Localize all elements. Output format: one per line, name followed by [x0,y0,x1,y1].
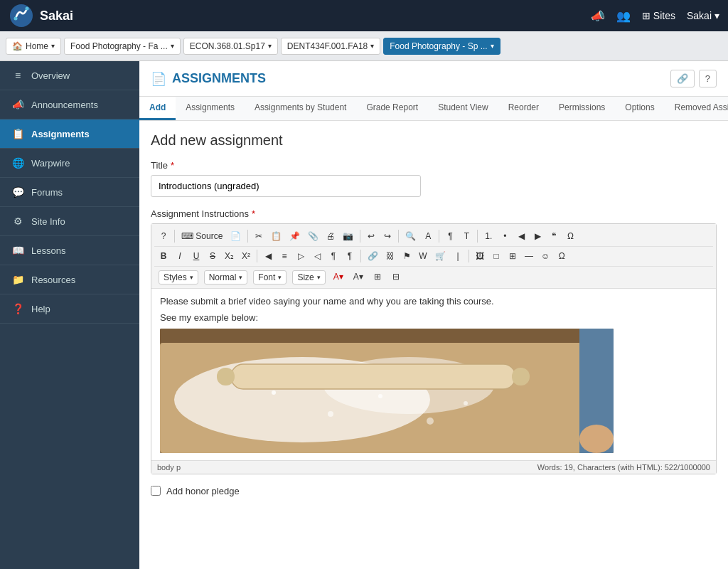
sakai-logo[interactable]: Sakai [9,3,73,28]
breadcrumb-item-dent[interactable]: DENT434F.001.FA18▾ [281,38,380,55]
rte-spell-btn[interactable]: 📷 [339,228,357,245]
sidebar-item-label: Warpwire [31,158,70,169]
breadcrumb-item-home[interactable]: 🏠Home▾ [6,38,61,55]
sidebar-item-forums[interactable]: 💬Forums [0,178,139,207]
rte-underline-btn[interactable]: U [188,248,204,265]
rte-cart-btn[interactable]: 🛒 [432,248,449,265]
sidebar-item-warpwire[interactable]: 🌐Warpwire [0,149,139,178]
font-label: Font [258,272,275,282]
rte-paste-text-btn[interactable]: 📎 [304,228,322,245]
rte-print-btn[interactable]: 🖨 [323,228,338,245]
honor-pledge-label[interactable]: Add honor pledge [166,486,240,496]
size-dropdown[interactable]: Size ▾ [292,270,325,284]
rte-align-center-btn[interactable]: ≡ [277,248,292,265]
sidebar-item-resources[interactable]: 📁Resources [0,265,139,294]
breadcrumb-item-food-photography-fa[interactable]: Food Photography - Fa ...▾ [64,38,181,55]
rte-expand-btn[interactable]: ⊞ [370,269,385,285]
rte-sep8 [360,250,361,262]
font-dropdown[interactable]: Font ▾ [253,270,287,284]
rte-find-btn[interactable]: 🔍 [402,228,419,245]
users-icon[interactable]: 👥 [616,9,631,23]
tab-student-view[interactable]: Student View [428,97,498,120]
rte-copy-btn[interactable]: 📋 [267,228,285,245]
rte-ltr-btn[interactable]: ¶ [326,248,341,265]
tab-add[interactable]: Add [139,97,176,120]
user-chevron-icon: ▾ [714,10,719,21]
styles-dropdown[interactable]: Styles ▾ [159,270,198,284]
rte-unlink-btn[interactable]: ⛓ [382,248,398,265]
rte-collapse-btn[interactable]: ⊟ [388,269,404,285]
rte-source-btn[interactable]: ⌨ Source [178,228,226,245]
format-dropdown[interactable]: Normal ▾ [204,270,248,284]
rte-align-right-btn[interactable]: ▷ [293,248,309,265]
rte-bold-btn[interactable]: B [156,248,171,265]
rte-special-btn[interactable]: Ω [562,228,578,245]
rte-link-btn[interactable]: 🔗 [364,248,382,265]
rte-align-justify-btn[interactable]: ◁ [309,248,325,265]
sidebar-item-assignments[interactable]: 📋Assignments [0,119,139,149]
rte-italic-btn[interactable]: I [172,248,188,265]
rte-replace-btn[interactable]: A [420,228,436,245]
rte-ordered-btn[interactable]: 1. [481,228,496,245]
rte-emoji-btn[interactable]: ☺ [537,248,553,265]
rte-align-left-btn[interactable]: ◀ [260,248,276,265]
rte-hr-btn[interactable]: — [521,248,537,265]
rte-outdent-btn[interactable]: ◀ [513,228,529,245]
format-arrow-icon: ▾ [239,274,242,281]
sidebar-item-help[interactable]: ❓Help [0,294,139,324]
rte-help-btn[interactable]: ? [156,228,171,245]
rte-media-btn[interactable]: □ [488,248,504,265]
tab-assignments-by-student[interactable]: Assignments by Student [245,97,356,120]
main-layout: ≡Overview📣Announcements📋Assignments🌐Warp… [0,61,728,569]
rte-unordered-btn[interactable]: • [497,228,513,245]
rte-blockquote-btn[interactable]: ❝ [546,228,562,245]
rte-strikethrough-btn[interactable]: S [205,248,220,265]
honor-pledge-checkbox[interactable] [151,486,161,496]
rte-anchor-btn[interactable]: ⚑ [399,248,414,265]
rte-indent-btn[interactable]: ▶ [530,228,545,245]
tab-reorder[interactable]: Reorder [498,97,549,120]
rte-table-btn[interactable]: ⊞ [505,248,520,265]
rte-chars-btn[interactable]: Ω [554,248,569,265]
rte-cut-btn[interactable]: ✂ [251,228,267,245]
rte-template-btn[interactable]: 📄 [227,228,245,245]
rte-paragraph-btn[interactable]: ¶ [442,228,458,245]
rte-subscript-btn[interactable]: X₂ [221,248,237,265]
breadcrumb-item-food-photography-sp[interactable]: Food Photography - Sp ...▾ [383,38,500,55]
rte-rtl-btn[interactable]: ¶ [342,248,358,265]
rte-body[interactable]: Please submit a brief video saying your … [151,289,716,460]
rte-undo-btn[interactable]: ↩ [363,228,379,245]
sidebar-item-site-info[interactable]: ⚙Site Info [0,207,139,236]
source-label: Source [196,231,223,241]
rte-font-color-btn[interactable]: A▾ [330,269,347,285]
rte-superscript-btn[interactable]: X² [238,248,254,265]
help-button[interactable]: ? [699,70,717,87]
tab-removed-assignments[interactable]: Removed Assignments [665,97,728,120]
rte-bg-color-btn[interactable]: A▾ [350,269,367,285]
breadcrumb-item-econ[interactable]: ECON.368.01.Sp17▾ [183,38,278,55]
sidebar-item-overview[interactable]: ≡Overview [0,61,139,90]
page-header-actions: 🔗 ? [670,70,717,87]
rte-w-btn[interactable]: W [415,248,431,265]
page-header-title: 📄 ASSIGNMENTS [151,71,266,87]
megaphone-icon[interactable]: 📣 [591,9,605,23]
tab-grade-report[interactable]: Grade Report [356,97,428,120]
user-menu-button[interactable]: Sakai ▾ [687,10,719,21]
content-area: 📄 ASSIGNMENTS 🔗 ? AddAssignmentsAssignme… [139,61,728,569]
rte-image-btn[interactable]: 🖼 [472,248,488,265]
rte-paste-btn[interactable]: 📌 [286,228,304,245]
rte-divider-btn[interactable]: | [450,248,466,265]
rte-format-btn[interactable]: T [459,228,474,245]
link-button[interactable]: 🔗 [670,70,695,87]
site-info-icon: ⚙ [11,216,24,227]
tab-assignments[interactable]: Assignments [176,97,245,120]
rte-sep1 [174,230,175,243]
title-input[interactable] [151,175,421,197]
rte-redo-btn[interactable]: ↪ [380,228,395,245]
sites-button[interactable]: ⊞ Sites [642,10,675,21]
sidebar-item-announcements[interactable]: 📣Announcements [0,90,139,119]
tab-permissions[interactable]: Permissions [549,97,615,120]
tab-options[interactable]: Options [615,97,664,120]
honor-pledge-container: Add honor pledge [151,486,717,496]
sidebar-item-lessons[interactable]: 📖Lessons [0,236,139,265]
